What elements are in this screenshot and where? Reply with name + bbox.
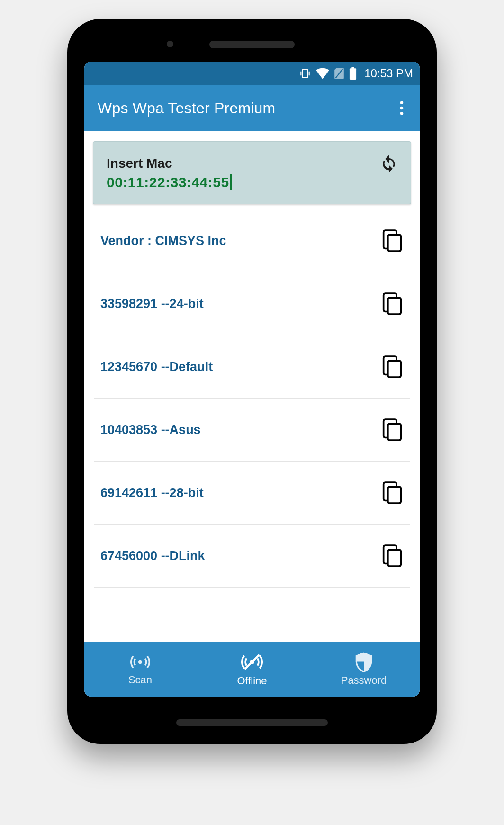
phone-camera: [167, 41, 173, 47]
copy-button[interactable]: [379, 417, 405, 443]
nav-offline-label: Offline: [237, 675, 267, 687]
phone-speaker: [209, 41, 295, 48]
results-list: Vendor : CIMSYS Inc 33598291 --24-bit: [94, 209, 410, 588]
app-bar: Wps Wpa Tester Premium: [84, 85, 420, 131]
list-item: 12345670 --Default: [94, 335, 410, 399]
list-item-text: 12345670 --Default: [100, 360, 213, 374]
list-item-text: 33598291 --24-bit: [100, 297, 204, 311]
refresh-button[interactable]: [378, 152, 400, 175]
list-item: 69142611 --28-bit: [94, 462, 410, 525]
app-title: Wps Wpa Tester Premium: [98, 100, 275, 117]
copy-icon: [382, 544, 403, 568]
list-item-text: 10403853 --Asus: [100, 423, 201, 437]
phone-frame: 10:53 PM Wps Wpa Tester Premium Insert M…: [67, 19, 437, 744]
screen: 10:53 PM Wps Wpa Tester Premium Insert M…: [84, 62, 420, 697]
overflow-icon: [400, 101, 404, 115]
copy-button[interactable]: [379, 290, 405, 317]
mac-input-value: 00:11:22:33:44:55: [107, 174, 229, 190]
list-item: Vendor : CIMSYS Inc: [94, 209, 410, 272]
svg-rect-5: [351, 67, 354, 69]
svg-rect-13: [388, 487, 401, 503]
svg-point-15: [138, 660, 142, 664]
copy-icon: [382, 480, 403, 505]
nav-scan-label: Scan: [128, 674, 152, 686]
mac-input-label: Insert Mac: [107, 156, 397, 171]
nav-password-label: Password: [341, 674, 387, 687]
svg-rect-11: [388, 361, 401, 377]
no-sim-icon: [334, 68, 344, 79]
nav-password[interactable]: Password: [308, 642, 420, 697]
status-time: 10:53 PM: [364, 67, 413, 80]
offline-icon: [241, 651, 263, 673]
shield-icon: [354, 652, 373, 672]
list-item-text: 67456000 --DLink: [100, 549, 205, 563]
status-bar: 10:53 PM: [84, 62, 420, 85]
list-item-text: Vendor : CIMSYS Inc: [100, 234, 226, 248]
nav-offline[interactable]: Offline: [196, 642, 308, 697]
list-item: 33598291 --24-bit: [94, 272, 410, 335]
svg-line-17: [245, 655, 260, 670]
list-item: 10403853 --Asus: [94, 399, 410, 462]
bottom-nav: Scan Offline Password: [84, 642, 420, 697]
list-item-text: 69142611 --28-bit: [100, 486, 204, 500]
copy-icon: [382, 417, 403, 442]
refresh-icon: [380, 154, 398, 172]
mac-input-value-line[interactable]: 00:11:22:33:44:55: [107, 174, 232, 190]
vibrate-icon: [299, 67, 311, 80]
copy-icon: [382, 291, 403, 316]
svg-rect-12: [388, 424, 401, 440]
copy-icon: [382, 354, 403, 379]
svg-rect-0: [303, 69, 308, 77]
copy-button[interactable]: [379, 543, 405, 569]
list-item: 67456000 --DLink: [94, 525, 410, 588]
svg-point-6: [400, 101, 404, 105]
battery-icon: [349, 67, 357, 80]
scan-icon: [130, 652, 150, 672]
phone-home-bar: [176, 719, 328, 726]
copy-button[interactable]: [379, 354, 405, 380]
svg-point-7: [400, 107, 404, 110]
copy-button[interactable]: [379, 480, 405, 506]
svg-rect-10: [388, 298, 401, 314]
content: Insert Mac 00:11:22:33:44:55 Vendor : CI…: [84, 131, 420, 642]
copy-icon: [382, 228, 403, 253]
overflow-menu-button[interactable]: [395, 96, 408, 120]
mac-input-card[interactable]: Insert Mac 00:11:22:33:44:55: [93, 141, 411, 204]
svg-rect-9: [388, 235, 401, 251]
svg-point-8: [400, 112, 404, 115]
svg-rect-14: [388, 550, 401, 566]
svg-rect-4: [350, 68, 356, 80]
nav-scan[interactable]: Scan: [84, 642, 196, 697]
wifi-icon: [316, 68, 329, 79]
copy-button[interactable]: [379, 227, 405, 254]
text-cursor: [230, 174, 232, 190]
